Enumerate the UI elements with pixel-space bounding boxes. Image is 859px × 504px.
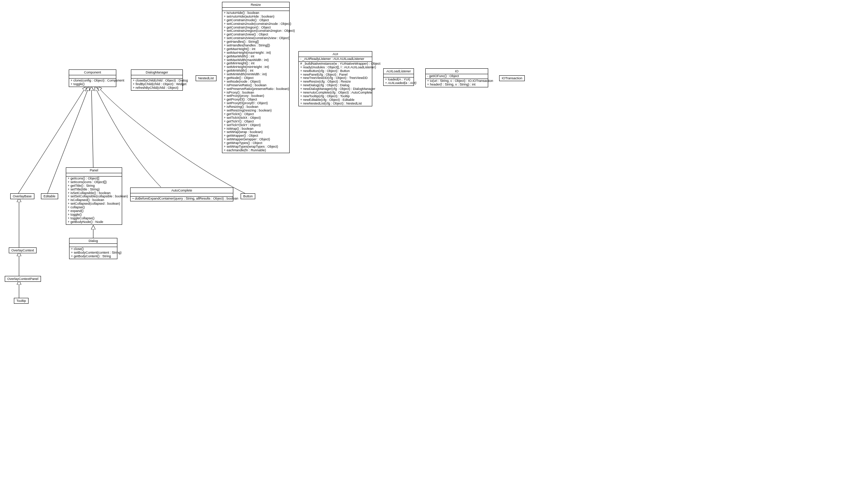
class-nestedlist: NestedList bbox=[196, 75, 216, 81]
class-ops: + loaded(A : YUI) + AUILoaded(a : AUI) bbox=[384, 77, 414, 86]
class-auiloadlistener: AUILoadListener + loaded(A : YUI) + AUIL… bbox=[383, 68, 414, 86]
class-overlaybase: OverlayBase bbox=[10, 193, 34, 199]
class-attrs bbox=[131, 75, 182, 79]
class-title: AUILoadListener bbox=[384, 69, 414, 74]
class-component: Component + clone(config : Object) : Com… bbox=[69, 69, 116, 87]
class-title: Dialog bbox=[69, 238, 117, 244]
class-attrs bbox=[222, 8, 289, 11]
class-ops: + closeByChild(child : Object) : Dialog … bbox=[131, 79, 182, 90]
class-ops: + close() + setBodyContent(content : Str… bbox=[69, 247, 117, 259]
class-title: IO bbox=[426, 69, 488, 74]
class-ops: + io(uri : String, c : Object) : IO.IOTr… bbox=[426, 79, 488, 87]
class-title: AUI bbox=[299, 52, 372, 57]
class-attrs: - _AUIReadyListener : AUI.AUILoadListene… bbox=[299, 57, 372, 62]
class-ops: + clone(config : Object) : Component + t… bbox=[69, 79, 116, 87]
class-io: IO - getIOFunc() : Object + io(uri : Str… bbox=[425, 68, 488, 87]
class-overlaycontextpanel: OverlayContextPanel bbox=[5, 276, 41, 282]
class-dialog: Dialog + close() + setBodyContent(conten… bbox=[69, 238, 117, 259]
class-button: Button bbox=[241, 193, 255, 199]
class-title: DialogManager bbox=[131, 70, 182, 75]
class-autocomplete: AutoComplete ~ doBeforeExpandContainer(q… bbox=[130, 187, 233, 201]
class-attrs bbox=[66, 173, 122, 177]
class-attrs: - getIOFunc() : Object bbox=[426, 74, 488, 79]
class-title: Button bbox=[241, 194, 255, 199]
class-ops: + getIcons() : Object[]+ setIcons(icons … bbox=[66, 177, 122, 224]
class-overlaycontext: OverlayContext bbox=[9, 247, 37, 253]
class-iotransaction: IOTransaction bbox=[499, 75, 525, 81]
class-ops: ~ doBeforeExpandContainer(query : String… bbox=[131, 197, 233, 201]
class-title: OverlayContextPanel bbox=[5, 276, 41, 281]
class-tooltip: Tooltip bbox=[14, 298, 29, 304]
class-title: NestedList bbox=[196, 76, 216, 81]
class-title: IOTransaction bbox=[500, 76, 524, 81]
class-title: Panel bbox=[66, 168, 122, 173]
class-title: AutoComplete bbox=[131, 188, 233, 193]
class-title: Tooltip bbox=[14, 298, 28, 303]
class-title: OverlayBase bbox=[11, 194, 34, 199]
class-resize: Resize + isAutoHide() : boolean+ setAuto… bbox=[222, 2, 290, 153]
class-title: OverlayContext bbox=[9, 248, 36, 253]
class-attrs bbox=[131, 193, 233, 197]
class-aui: AUI - _AUIReadyListener : AUI.AUILoadLis… bbox=[298, 51, 372, 106]
class-attrs bbox=[69, 244, 117, 247]
class-title: Component bbox=[69, 70, 116, 75]
class-attrs bbox=[69, 75, 116, 79]
class-attrs bbox=[384, 74, 414, 77]
class-ops: + isAutoHide() : boolean+ setAutoHide(au… bbox=[222, 11, 289, 153]
class-ops: # _buildNativeInstance(w : YUINativeWrap… bbox=[299, 62, 372, 106]
class-dialogmanager: DialogManager + closeByChild(child : Obj… bbox=[131, 69, 183, 91]
class-editable: Editable bbox=[41, 193, 58, 199]
class-title: Resize bbox=[222, 2, 289, 8]
class-panel: Panel + getIcons() : Object[]+ setIcons(… bbox=[66, 167, 122, 225]
class-title: Editable bbox=[41, 194, 58, 199]
